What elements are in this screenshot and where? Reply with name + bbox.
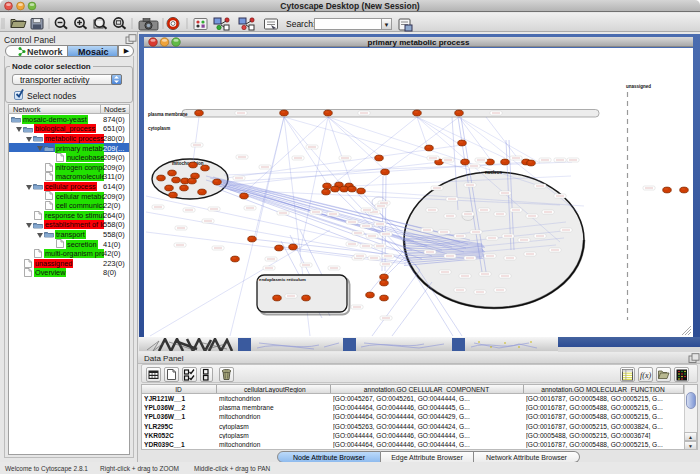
svg-text:endoplasmic reticulum: endoplasmic reticulum [259,277,306,282]
svg-text:unassigned: unassigned [626,84,651,89]
svg-text:f(x): f(x) [640,370,651,379]
svg-text:mitochondrion: mitochondrion [172,161,204,166]
svg-text:cytoplasm: cytoplasm [148,126,170,131]
svg-text:plasma membrane: plasma membrane [148,112,188,117]
